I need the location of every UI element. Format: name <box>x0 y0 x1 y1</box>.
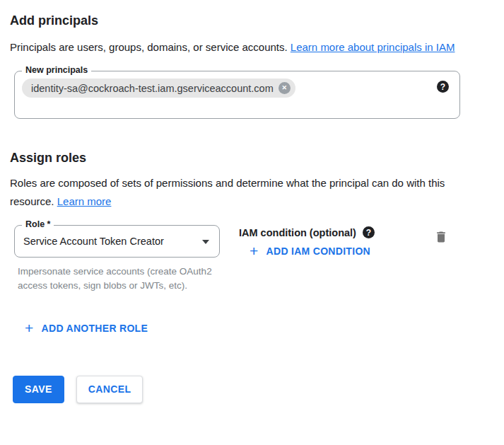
plus-icon: + <box>25 323 34 334</box>
iam-condition-label: IAM condition (optional) <box>239 227 356 238</box>
principals-description: Principals are users, groups, domains, o… <box>10 38 471 57</box>
add-iam-condition-button[interactable]: + ADD IAM CONDITION <box>250 245 370 257</box>
iam-condition-header: IAM condition (optional) ? <box>239 226 432 238</box>
role-row: Role * Service Account Token Creator Imp… <box>10 225 494 293</box>
add-iam-condition-label: ADD IAM CONDITION <box>266 245 370 257</box>
add-another-role-label: ADD ANOTHER ROLE <box>42 323 148 334</box>
role-helper-text: Impersonate service accounts (create OAu… <box>18 265 217 293</box>
learn-more-roles-link[interactable]: Learn more <box>57 195 112 207</box>
principals-description-text: Principals are users, groups, domains, o… <box>10 41 291 53</box>
trash-icon <box>434 230 448 244</box>
principal-chip-label: identity-sa@cockroach-test.iam.gservicea… <box>31 83 274 94</box>
add-another-role-button[interactable]: + ADD ANOTHER ROLE <box>25 323 148 334</box>
role-label: Role * <box>22 219 54 229</box>
new-principals-label: New principals <box>22 65 91 75</box>
page-title: Add principals <box>10 13 494 28</box>
cancel-button[interactable]: CANCEL <box>76 376 143 403</box>
plus-icon: + <box>250 245 259 257</box>
iam-condition-column: IAM condition (optional) ? + ADD IAM CON… <box>239 225 432 259</box>
learn-more-principals-link[interactable]: Learn more about principals in IAM <box>291 41 455 53</box>
action-buttons: SAVE CANCEL <box>13 376 494 403</box>
save-button[interactable]: SAVE <box>13 376 64 403</box>
delete-role-button[interactable] <box>432 230 450 247</box>
dropdown-arrow-icon <box>202 240 209 244</box>
chip-remove-button[interactable]: ✕ <box>279 82 291 94</box>
role-column: Role * Service Account Token Creator Imp… <box>14 225 226 293</box>
assign-roles-title: Assign roles <box>10 150 494 166</box>
new-principals-field[interactable]: New principals identity-sa@cockroach-tes… <box>14 71 460 119</box>
principal-chip: identity-sa@cockroach-test.iam.gservicea… <box>22 79 295 98</box>
iam-condition-help-icon[interactable]: ? <box>363 226 375 238</box>
roles-description: Roles are composed of sets of permission… <box>10 174 452 211</box>
add-principals-panel: Add principals Principals are users, gro… <box>0 0 504 415</box>
close-icon: ✕ <box>281 85 287 91</box>
principals-help-icon[interactable]: ? <box>437 81 449 93</box>
role-select[interactable]: Role * Service Account Token Creator <box>14 225 220 258</box>
